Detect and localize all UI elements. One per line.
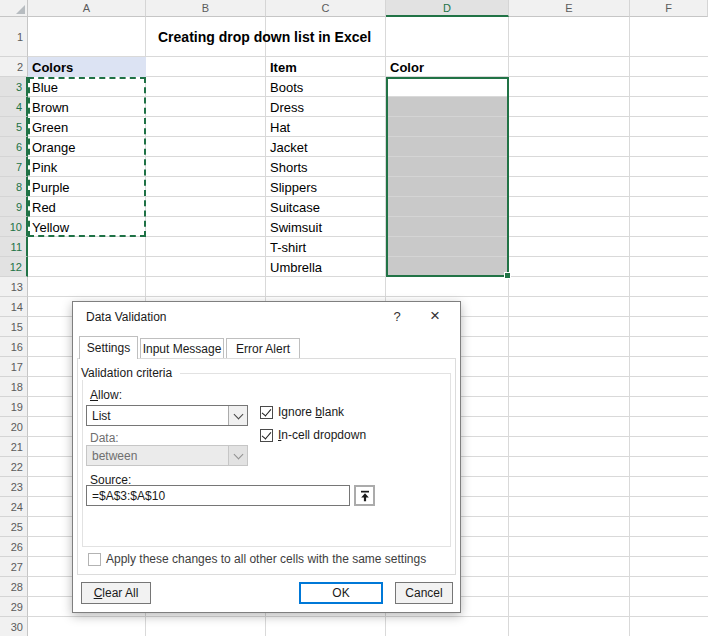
row-header-17[interactable]: 17: [0, 357, 28, 377]
row-header-25[interactable]: 25: [0, 517, 28, 537]
chevron-down-icon: [228, 446, 247, 465]
row-header-13[interactable]: 13: [0, 277, 28, 297]
group-label: Validation criteria: [81, 366, 180, 380]
cell-A5[interactable]: Green: [28, 117, 146, 137]
row-header-19[interactable]: 19: [0, 397, 28, 417]
apply-to-all-checkbox[interactable]: Apply these changes to all other cells w…: [88, 551, 426, 567]
collapse-dialog-button[interactable]: [354, 485, 375, 506]
fill-handle[interactable]: [504, 272, 511, 279]
cell-C12[interactable]: Umbrella: [266, 257, 386, 277]
tab-input-message-label: Input Message: [143, 342, 222, 356]
cell-A6[interactable]: Orange: [28, 137, 146, 157]
row-header-18[interactable]: 18: [0, 377, 28, 397]
column-header-A[interactable]: A: [28, 0, 146, 17]
row-header-22[interactable]: 22: [0, 457, 28, 477]
tab-error-alert[interactable]: Error Alert: [226, 338, 300, 358]
cell-A2[interactable]: Colors: [28, 57, 146, 77]
gridline-vertical: [629, 17, 630, 636]
row-header-20[interactable]: 20: [0, 417, 28, 437]
selected-cells-fill: [388, 97, 507, 275]
cell-C2[interactable]: Item: [266, 57, 386, 77]
checkbox-checked-icon: [260, 406, 273, 419]
allow-dropdown-value: List: [87, 409, 228, 423]
data-label: Data:: [90, 431, 119, 445]
tab-error-alert-label: Error Alert: [236, 342, 290, 356]
row-header-23[interactable]: 23: [0, 477, 28, 497]
cell-A9[interactable]: Red: [28, 197, 146, 217]
cell-A10[interactable]: Yellow: [28, 217, 146, 237]
column-header-B[interactable]: B: [146, 0, 266, 17]
cell-C4[interactable]: Dress: [266, 97, 386, 117]
tab-settings-label: Settings: [87, 341, 130, 355]
data-validation-dialog: Data Validation ? × Settings Input Messa…: [72, 301, 461, 613]
cell-A4[interactable]: Brown: [28, 97, 146, 117]
help-icon[interactable]: ?: [386, 302, 408, 332]
in-cell-dropdown-checkbox[interactable]: In-cell dropdown: [260, 427, 366, 443]
cancel-button[interactable]: Cancel: [395, 582, 453, 604]
cell-C11[interactable]: T-shirt: [266, 237, 386, 257]
allow-label: Allow:: [90, 388, 122, 402]
ignore-blank-checkbox[interactable]: Ignore blank: [260, 404, 344, 420]
ok-button[interactable]: OK: [299, 582, 383, 604]
row-header-5[interactable]: 5: [0, 117, 28, 137]
cell-C10[interactable]: Swimsuit: [266, 217, 386, 237]
row-header-29[interactable]: 29: [0, 597, 28, 617]
cell-C7[interactable]: Shorts: [266, 157, 386, 177]
row-header-12[interactable]: 12: [0, 257, 28, 277]
row-header-10[interactable]: 10: [0, 217, 28, 237]
row-header-14[interactable]: 14: [0, 297, 28, 317]
apply-to-all-label: Apply these changes to all other cells w…: [106, 552, 426, 566]
checkbox-checked-icon: [260, 429, 273, 442]
row-header-8[interactable]: 8: [0, 177, 28, 197]
sheet-title-cell[interactable]: Creating drop down list in Excel: [158, 17, 371, 57]
collapse-dialog-icon: [359, 490, 371, 502]
row-header-7[interactable]: 7: [0, 157, 28, 177]
selected-range[interactable]: [386, 77, 509, 277]
row-header-21[interactable]: 21: [0, 437, 28, 457]
clear-all-button[interactable]: Clear All: [81, 582, 151, 604]
row-header-16[interactable]: 16: [0, 337, 28, 357]
select-all-triangle-icon: [16, 5, 25, 14]
row-header-2[interactable]: 2: [0, 57, 28, 77]
row-header-11[interactable]: 11: [0, 237, 28, 257]
column-header-E[interactable]: E: [509, 0, 630, 17]
dialog-title: Data Validation: [86, 302, 167, 332]
checkbox-unchecked-icon: [88, 553, 101, 566]
chevron-down-icon[interactable]: [228, 406, 247, 425]
row-header-4[interactable]: 4: [0, 97, 28, 117]
dialog-titlebar[interactable]: Data Validation ? ×: [73, 302, 460, 332]
cell-C6[interactable]: Jacket: [266, 137, 386, 157]
data-dropdown-disabled: between: [86, 445, 248, 466]
column-header-C[interactable]: C: [266, 0, 386, 17]
row-header-26[interactable]: 26: [0, 537, 28, 557]
column-header-D[interactable]: D: [386, 0, 509, 17]
cell-A7[interactable]: Pink: [28, 157, 146, 177]
row-header-6[interactable]: 6: [0, 137, 28, 157]
column-header-F[interactable]: F: [630, 0, 708, 17]
row-header-24[interactable]: 24: [0, 497, 28, 517]
cell-A3[interactable]: Blue: [28, 77, 146, 97]
tab-input-message[interactable]: Input Message: [140, 338, 224, 358]
cell-C3[interactable]: Boots: [266, 77, 386, 97]
row-header-15[interactable]: 15: [0, 317, 28, 337]
row-header-3[interactable]: 3: [0, 77, 28, 97]
cell-C9[interactable]: Suitcase: [266, 197, 386, 217]
ignore-blank-label: Ignore blank: [278, 405, 344, 419]
row-header-28[interactable]: 28: [0, 577, 28, 597]
row-header-27[interactable]: 27: [0, 557, 28, 577]
tab-settings[interactable]: Settings: [79, 336, 138, 359]
in-cell-dropdown-label: In-cell dropdown: [278, 428, 366, 442]
close-icon[interactable]: ×: [420, 302, 450, 332]
source-input[interactable]: [86, 485, 350, 506]
row-header-9[interactable]: 9: [0, 197, 28, 217]
row-header-1[interactable]: 1: [0, 17, 28, 57]
cell-A8[interactable]: Purple: [28, 177, 146, 197]
cell-D2[interactable]: Color: [386, 57, 509, 77]
select-all-corner[interactable]: [0, 0, 28, 17]
settings-tab-panel: Validation criteria Allow: List Ignore b…: [77, 358, 456, 575]
allow-dropdown[interactable]: List: [86, 405, 248, 426]
cell-C5[interactable]: Hat: [266, 117, 386, 137]
row-header-30[interactable]: 30: [0, 617, 28, 636]
cell-C8[interactable]: Slippers: [266, 177, 386, 197]
excel-spreadsheet: ABCDEF1234567891011121314151617181920212…: [0, 0, 708, 636]
